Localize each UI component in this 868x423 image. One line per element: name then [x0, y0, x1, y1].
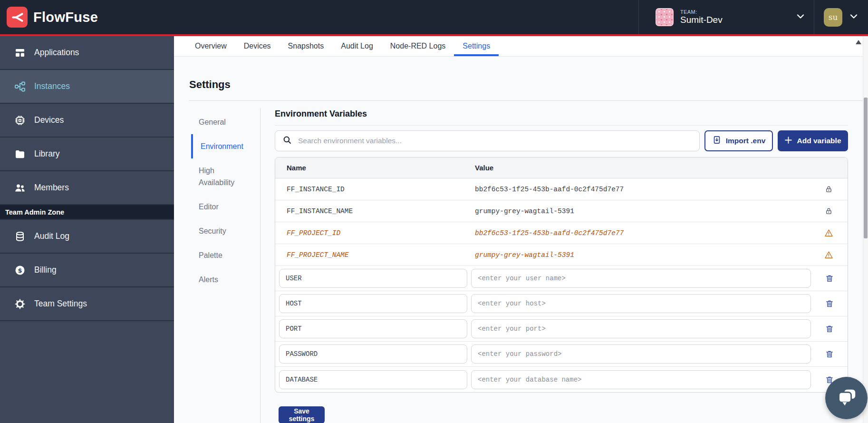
- database-icon: [14, 231, 26, 242]
- divider: [275, 125, 848, 126]
- sidebar-item-label: Library: [34, 149, 60, 159]
- env-var-name: FF_INSTANCE_NAME: [275, 207, 475, 215]
- table-row: [275, 367, 848, 392]
- sidebar-item-billing[interactable]: $ Billing: [0, 254, 174, 287]
- sidebar-item-label: Billing: [34, 265, 57, 275]
- page-title: Settings: [189, 79, 868, 91]
- search-input[interactable]: [297, 136, 694, 146]
- import-env-button[interactable]: Import .env: [704, 130, 773, 151]
- trash-icon[interactable]: [811, 324, 848, 334]
- env-var-value-input[interactable]: [471, 344, 811, 364]
- folder-icon: [14, 148, 26, 160]
- sidebar-item-label: Instances: [34, 81, 70, 91]
- env-var-name-input[interactable]: [279, 269, 467, 288]
- env-var-name-input[interactable]: [279, 344, 467, 364]
- main-area: Overview Devices Snapshots Audit Log Nod…: [174, 36, 868, 423]
- table-row: [275, 342, 848, 367]
- import-env-label: Import .env: [726, 137, 766, 145]
- team-name: Sumit-Dev: [680, 15, 723, 25]
- tab-devices[interactable]: Devices: [235, 36, 280, 56]
- sidebar-section-team-admin-zone: Team Admin Zone: [0, 205, 174, 220]
- subnav-item-high-availability[interactable]: High Availability: [189, 158, 260, 195]
- topbar: FlowFuse TEAM: Sumit-Dev su: [0, 0, 868, 34]
- team-selector[interactable]: TEAM: Sumit-Dev: [638, 0, 814, 34]
- scrollbar-thumb[interactable]: [864, 98, 868, 238]
- subnav-item-palette[interactable]: Palette: [189, 243, 260, 267]
- trash-icon[interactable]: [811, 299, 848, 308]
- trash-icon[interactable]: [811, 274, 848, 283]
- sidebar: Applications Instances Devi: [0, 36, 174, 423]
- table-row: FF_PROJECT_NAME grumpy-grey-wagtail-5391: [275, 244, 848, 266]
- lock-icon: [810, 185, 848, 194]
- env-var-value-input[interactable]: [471, 269, 811, 288]
- svg-text:$: $: [18, 266, 22, 274]
- add-variable-button[interactable]: Add variable: [778, 130, 848, 151]
- env-var-value-input[interactable]: [471, 294, 811, 313]
- save-settings-button[interactable]: Save settings: [279, 406, 325, 423]
- sidebar-item-audit-log[interactable]: Audit Log: [0, 220, 174, 254]
- sidebar-item-label: Team Settings: [34, 299, 87, 309]
- subnav-item-alerts[interactable]: Alerts: [189, 267, 260, 292]
- env-var-name-input[interactable]: [279, 370, 467, 389]
- env-variables-table: Name Value FF_INSTANCE_ID bb2f6c53-1f25-…: [275, 157, 848, 393]
- table-row: FF_INSTANCE_ID bb2f6c53-1f25-453b-aafd-0…: [275, 178, 848, 200]
- lock-icon: [810, 207, 848, 216]
- env-var-name-input[interactable]: [279, 294, 467, 313]
- sidebar-item-members[interactable]: Members: [0, 171, 174, 205]
- instance-tabbar: Overview Devices Snapshots Audit Log Nod…: [174, 36, 868, 57]
- settings-subnav: General Environment High Availability Ed…: [189, 108, 260, 423]
- user-menu[interactable]: su: [814, 0, 868, 34]
- env-var-value: grumpy-grey-wagtail-5391: [475, 207, 810, 215]
- chevron-down-icon: [849, 12, 858, 22]
- env-var-name: FF_PROJECT_ID: [275, 229, 475, 237]
- env-var-name-input[interactable]: [279, 319, 467, 338]
- column-header-name: Name: [275, 164, 475, 172]
- env-var-value: bb2f6c53-1f25-453b-aafd-0c2f475d7e77: [475, 186, 810, 193]
- sidebar-item-library[interactable]: Library: [0, 138, 174, 171]
- env-var-value-input[interactable]: [471, 319, 811, 338]
- tab-audit-log[interactable]: Audit Log: [332, 36, 382, 56]
- subnav-item-general[interactable]: General: [189, 110, 260, 134]
- chat-launcher-button[interactable]: [825, 377, 868, 419]
- applications-icon: [14, 47, 26, 59]
- add-variable-label: Add variable: [797, 137, 841, 145]
- dollar-icon: $: [14, 265, 26, 276]
- plus-icon: [784, 136, 792, 146]
- import-file-icon: [712, 135, 722, 147]
- divider: [189, 100, 863, 101]
- scroll-up-arrow-icon: [856, 40, 861, 44]
- env-var-value: bb2f6c53-1f25-453b-aafd-0c2f475d7e77: [475, 229, 810, 237]
- settings-page: Settings General Environment High Availa…: [174, 57, 868, 423]
- trash-icon[interactable]: [811, 349, 848, 359]
- tab-overview[interactable]: Overview: [186, 36, 235, 56]
- environment-panel: Environment Variables: [275, 108, 848, 423]
- chevron-down-icon: [796, 12, 805, 22]
- tab-node-red-logs[interactable]: Node-RED Logs: [382, 36, 454, 56]
- sidebar-item-instances[interactable]: Instances: [0, 70, 174, 104]
- sidebar-item-label: Devices: [34, 115, 64, 125]
- env-var-value: grumpy-grey-wagtail-5391: [475, 251, 810, 259]
- vertical-scrollbar[interactable]: [863, 36, 868, 423]
- sidebar-item-label: Members: [34, 183, 69, 193]
- subnav-item-security[interactable]: Security: [189, 219, 260, 243]
- team-avatar: [656, 8, 674, 26]
- subnav-item-editor[interactable]: Editor: [189, 195, 260, 219]
- sidebar-item-devices[interactable]: Devices: [0, 104, 174, 138]
- search-icon: [282, 135, 292, 147]
- warning-icon: [810, 250, 848, 259]
- subnav-item-environment[interactable]: Environment: [191, 134, 260, 158]
- user-avatar: su: [824, 8, 842, 27]
- sidebar-item-applications[interactable]: Applications: [0, 36, 174, 70]
- env-var-name: FF_INSTANCE_ID: [275, 186, 475, 193]
- warning-icon: [810, 228, 848, 237]
- env-var-value-input[interactable]: [471, 370, 811, 389]
- brand[interactable]: FlowFuse: [0, 7, 98, 28]
- chat-bubble-icon: [836, 386, 858, 410]
- instances-icon: [14, 81, 26, 92]
- tab-settings[interactable]: Settings: [454, 36, 499, 56]
- sidebar-item-team-settings[interactable]: Team Settings: [0, 287, 174, 321]
- gear-icon: [14, 298, 26, 310]
- brand-name: FlowFuse: [33, 10, 98, 25]
- tab-snapshots[interactable]: Snapshots: [280, 36, 333, 56]
- column-header-value: Value: [475, 164, 810, 172]
